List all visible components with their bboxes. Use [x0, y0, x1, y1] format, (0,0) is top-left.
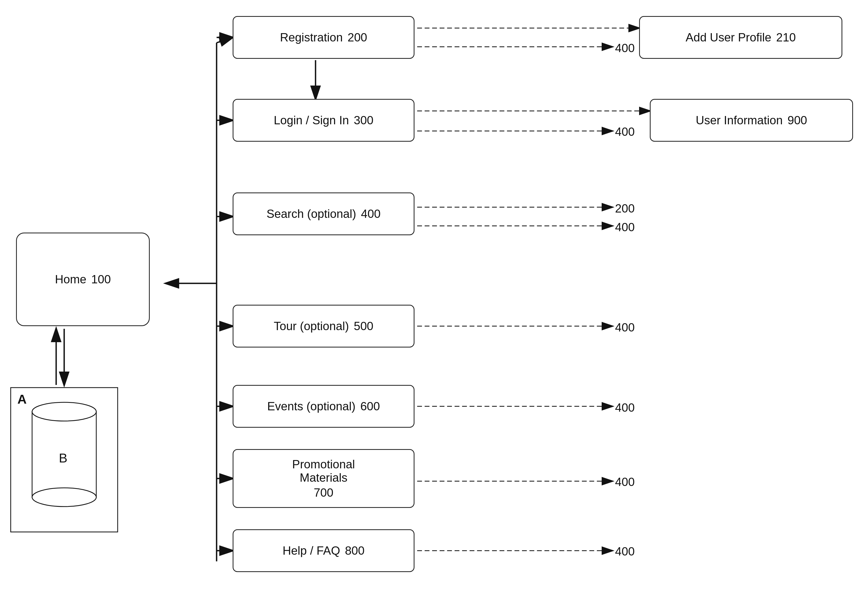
ref-400-reg: 400: [615, 42, 634, 55]
search-label: Search (optional): [267, 206, 356, 221]
registration-label: Registration: [280, 30, 343, 45]
tour-number: 500: [354, 320, 373, 333]
promotional-number: 700: [314, 486, 333, 499]
tour-node: Tour (optional) 500: [232, 305, 414, 348]
login-label: Login / Sign In: [274, 113, 349, 128]
ref-400-promotional: 400: [615, 475, 634, 489]
user-information-number: 900: [787, 114, 807, 127]
ref-400-tour: 400: [615, 321, 634, 334]
add-user-profile-node: Add User Profile 210: [639, 16, 842, 59]
registration-number: 200: [348, 31, 367, 44]
ref-400-search: 400: [615, 221, 634, 234]
svg-line-4: [217, 37, 232, 43]
events-number: 600: [360, 400, 380, 413]
help-label: Help / FAQ: [283, 543, 340, 558]
svg-rect-34: [11, 388, 118, 532]
svg-point-37: [32, 488, 96, 507]
svg-rect-35: [32, 412, 96, 497]
home-number: 100: [91, 273, 111, 286]
add-user-profile-label: Add User Profile: [686, 30, 771, 45]
tour-label: Tour (optional): [274, 318, 349, 334]
promotional-label: PromotionalMaterials: [292, 458, 355, 484]
user-information-node: User Information 900: [650, 99, 853, 142]
ref-200-search: 200: [615, 202, 634, 215]
ref-400-events: 400: [615, 401, 634, 414]
home-node: Home 100: [16, 233, 150, 326]
help-node: Help / FAQ 800: [232, 529, 414, 572]
user-information-label: User Information: [696, 113, 783, 128]
login-number: 300: [354, 114, 373, 127]
events-label: Events (optional): [267, 399, 355, 414]
svg-text:B: B: [59, 451, 67, 465]
promotional-node: PromotionalMaterials 700: [232, 449, 414, 508]
registration-node: Registration 200: [232, 16, 414, 59]
svg-text:A: A: [17, 392, 27, 406]
events-node: Events (optional) 600: [232, 385, 414, 428]
svg-point-36: [32, 402, 96, 421]
home-label: Home: [55, 272, 86, 287]
search-node: Search (optional) 400: [232, 192, 414, 235]
add-user-profile-number: 210: [776, 31, 795, 44]
ref-400-help: 400: [615, 545, 634, 558]
help-number: 800: [345, 544, 364, 557]
search-number: 400: [361, 207, 381, 221]
login-node: Login / Sign In 300: [232, 99, 414, 142]
ref-400-login: 400: [615, 125, 634, 139]
